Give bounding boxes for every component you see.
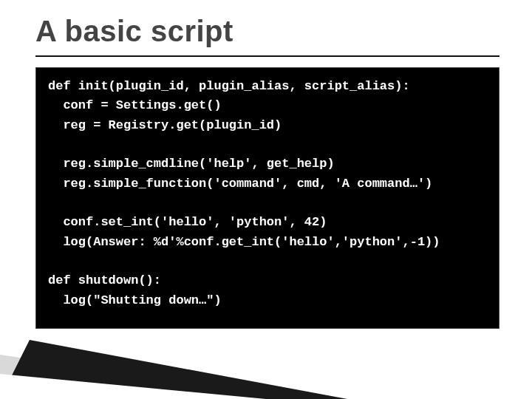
slide: A basic script def init(plugin_id, plugi… (0, 0, 532, 399)
svg-marker-2 (0, 374, 266, 399)
svg-marker-0 (0, 355, 296, 399)
code-block: def init(plugin_id, plugin_alias, script… (35, 67, 499, 329)
slide-title: A basic script (35, 15, 502, 48)
svg-marker-1 (0, 340, 347, 399)
title-underline (35, 55, 499, 57)
